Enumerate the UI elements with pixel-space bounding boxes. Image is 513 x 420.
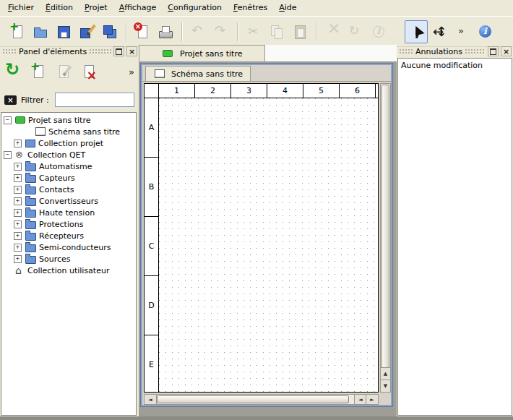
save-button[interactable] [52,20,75,43]
clear-filter-icon[interactable] [4,95,17,105]
tree-item[interactable]: +Sources [1,253,136,265]
tree-item[interactable]: Schéma sans titre [1,126,136,137]
move-tool-button[interactable] [428,20,451,43]
close-dock-button[interactable] [501,46,512,56]
menu-item[interactable]: Fenêtres [228,0,273,16]
tree-item-label: Convertisseurs [39,197,101,206]
delete-element-button[interactable] [78,61,100,82]
expand-icon[interactable]: + [14,174,22,182]
menu-item[interactable]: Aide [273,0,302,16]
tree-item[interactable]: +Semi-conducteurs [1,241,136,253]
save-as-icon [79,24,95,40]
scroll-down-button[interactable]: ▼ [381,380,390,392]
float-dock-button[interactable] [113,46,124,56]
rotate-button[interactable] [344,20,367,43]
tree-item[interactable]: +Convertisseurs [1,195,136,207]
menu-item[interactable]: Édition [40,0,79,16]
expand-icon[interactable]: + [14,209,22,217]
tree-item[interactable]: +Contacts [1,184,136,195]
tree-item[interactable]: Collection utilisateur [1,265,136,276]
panel-elements-title: Panel d'éléments [19,47,87,56]
tree-item[interactable]: −Collection QET [1,149,136,160]
cut-icon [246,24,262,40]
new-document-button[interactable] [6,20,29,43]
expand-icon[interactable]: + [14,186,22,194]
horizontal-scroll-thumb[interactable] [157,395,349,403]
elements-tree[interactable]: −Projet sans titreSchéma sans titre+Coll… [1,112,137,416]
vertical-scroll-thumb[interactable] [381,85,389,368]
undo-list[interactable]: Aucune modification [397,58,512,416]
expand-icon[interactable]: + [14,255,22,263]
menu-item[interactable]: Configuration [162,0,228,16]
menu-item[interactable]: Fichier [2,0,40,16]
paste-button[interactable] [288,20,311,43]
tree-item[interactable]: −Projet sans titre [1,114,136,126]
tree-item[interactable]: +Récepteurs [1,230,136,241]
new-element-icon [30,64,46,80]
panel-elements-titlebar[interactable]: Panel d'éléments [0,45,139,57]
collapse-icon[interactable]: − [4,116,12,124]
open-project-button[interactable] [29,20,52,43]
tree-item-label: Sources [39,254,74,264]
row-header: B [145,158,158,217]
arrow-up-icon: ▲ [384,372,387,377]
expand-icon[interactable]: + [14,220,22,228]
undo-button[interactable] [186,20,210,43]
tree-item-label: Capteurs [39,173,78,183]
diagram-canvas[interactable]: 123456 ABCDE [144,83,379,393]
dock-grip[interactable] [465,48,486,55]
project-tabbar: Projet sans titre [139,45,397,62]
tree-item[interactable]: +Protections [1,218,136,230]
scroll-up-button[interactable]: ▲ [381,367,390,380]
close-file-button[interactable] [131,20,154,43]
toolbar-extension-button[interactable] [126,64,137,80]
scroll-right-button[interactable]: ► [366,395,378,404]
menu-item[interactable]: Affichage [113,0,163,16]
dock-grip[interactable] [89,48,111,55]
horizontal-scrollbar[interactable]: ◄ ◄ ► [144,394,379,405]
edit-element-button[interactable] [53,61,74,82]
center-pane: Projet sans titre Schéma sans titre 1234… [139,45,397,416]
expand-icon[interactable]: + [14,197,22,205]
expand-icon[interactable]: + [14,163,22,171]
tree-item[interactable]: +Automatisme [1,160,136,172]
expand-icon[interactable]: + [14,140,22,147]
collapse-icon[interactable]: − [4,151,12,159]
save-as-button[interactable] [75,20,98,43]
filter-input[interactable] [55,93,134,107]
redo-button[interactable] [210,20,233,43]
save-all-button[interactable] [98,20,121,43]
scroll-left-button[interactable]: ◄ [354,395,366,404]
print-button[interactable] [154,20,177,43]
close-dock-button[interactable] [126,46,137,56]
tree-item[interactable]: +Capteurs [1,172,136,184]
reload-button[interactable] [2,61,24,82]
float-icon [116,48,122,55]
main-toolbar-area [0,16,513,47]
print-icon [158,24,173,40]
extension-button[interactable] [451,20,474,43]
delete-button[interactable] [321,20,344,43]
project-tab[interactable]: Projet sans titre [139,45,265,61]
tree-item[interactable]: +Haute tension [1,207,136,218]
cut-button[interactable] [242,20,265,43]
copy-button[interactable] [265,20,288,43]
annulations-titlebar[interactable]: Annulations [397,45,513,57]
expand-icon[interactable]: + [14,244,22,252]
info-button[interactable] [474,20,497,43]
scroll-left-button[interactable]: ◄ [145,395,157,404]
dock-grip[interactable] [399,48,413,55]
schema-window: Schéma sans titre 123456 ABCDE ▲ ▼ [141,64,392,406]
tree-item[interactable]: +Collection projet [1,137,136,149]
schema-tab[interactable]: Schéma sans titre [145,66,251,81]
menu-item[interactable]: Projet [79,0,113,16]
mdi-area: Schéma sans titre 123456 ABCDE ▲ ▼ [139,62,397,416]
element-info-button[interactable] [367,20,390,43]
vertical-scrollbar[interactable]: ▲ ▼ [380,83,391,393]
expand-icon[interactable]: + [14,232,22,240]
dock-grip[interactable] [2,48,17,55]
select-tool-button[interactable] [405,20,428,43]
float-dock-button[interactable] [488,46,499,56]
extension-button[interactable] [506,20,513,43]
new-element-button[interactable] [27,61,49,82]
